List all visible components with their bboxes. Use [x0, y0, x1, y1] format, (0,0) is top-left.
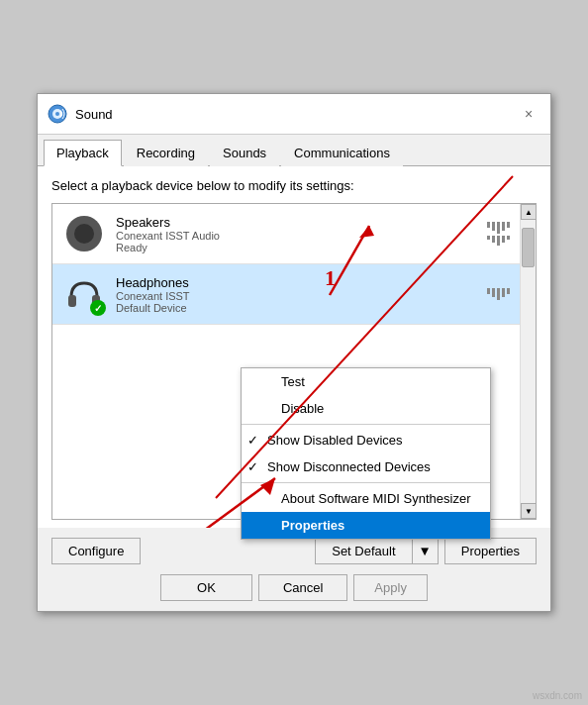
title-bar: Sound × — [38, 94, 550, 135]
properties-button[interactable]: Properties — [444, 538, 537, 564]
devices-container: Speakers Conexant ISST Audio Ready — [51, 203, 537, 520]
context-menu: Test Disable ✓ Show Disabled Devices ✓ S… — [241, 367, 491, 540]
scroll-thumb-area — [521, 220, 536, 503]
headphone-level-bars — [487, 288, 510, 300]
dialog-body: Select a playback device below to modify… — [38, 166, 550, 528]
ctx-show-disabled[interactable]: ✓ Show Disabled Devices — [242, 427, 490, 453]
scrollbar[interactable]: ▲ ▼ — [520, 204, 536, 519]
scroll-up-btn[interactable]: ▲ — [521, 204, 537, 220]
ctx-divider1 — [242, 424, 490, 425]
scroll-thumb[interactable] — [522, 228, 535, 267]
tabs-bar: Playback Recording Sounds Communications — [38, 135, 550, 166]
speaker-name: Speakers — [116, 215, 483, 230]
tab-communications[interactable]: Communications — [281, 140, 403, 166]
configure-button[interactable]: Configure — [51, 538, 141, 564]
sound-icon — [48, 104, 67, 124]
ctx-show-disconnected-check: ✓ — [247, 459, 263, 474]
ctx-show-disconnected[interactable]: ✓ Show Disconnected Devices — [242, 453, 490, 480]
dialog-title: Sound — [75, 107, 517, 122]
ok-button[interactable]: OK — [160, 574, 252, 601]
ctx-test[interactable]: Test — [242, 368, 490, 395]
headphone-name: Headphones — [116, 275, 483, 290]
ctx-divider2 — [242, 482, 490, 483]
speaker-info: Speakers Conexant ISST Audio Ready — [116, 215, 483, 253]
config-row: Configure Set Default ▼ Properties — [51, 538, 537, 564]
speaker-level-bars — [487, 222, 510, 246]
scroll-down-btn[interactable]: ▼ — [521, 503, 537, 519]
ok-cancel-row: OK Cancel Apply — [51, 574, 537, 601]
device-headphones[interactable]: ✓ Headphones Conexant ISST Default Devic… — [52, 264, 520, 325]
default-device-check: ✓ — [90, 300, 106, 316]
svg-rect-3 — [68, 295, 76, 307]
set-default-arrow[interactable]: ▼ — [412, 538, 439, 564]
speaker-detail1: Conexant ISST Audio — [116, 230, 483, 242]
ctx-properties[interactable]: Properties — [242, 512, 490, 539]
bottom-area: Configure Set Default ▼ Properties OK Ca… — [38, 528, 550, 611]
tab-recording[interactable]: Recording — [124, 140, 208, 166]
headphone-info: Headphones Conexant ISST Default Device — [116, 275, 483, 314]
headphone-detail1: Conexant ISST — [116, 290, 483, 302]
ctx-about-midi[interactable]: About Software MIDI Synthesizer — [242, 485, 490, 512]
tab-sounds[interactable]: Sounds — [210, 140, 279, 166]
speaker-icon — [62, 212, 106, 255]
set-default-button[interactable]: Set Default — [315, 538, 411, 564]
watermark: wsxdn.com — [533, 690, 582, 701]
device-speakers[interactable]: Speakers Conexant ISST Audio Ready — [52, 204, 520, 264]
close-button[interactable]: × — [517, 102, 540, 126]
cancel-button[interactable]: Cancel — [258, 574, 347, 601]
instruction-text: Select a playback device below to modify… — [51, 178, 537, 193]
ctx-show-disabled-check: ✓ — [247, 433, 263, 448]
ctx-disable[interactable]: Disable — [242, 395, 490, 422]
headphone-detail2: Default Device — [116, 302, 483, 314]
speaker-detail2: Ready — [116, 242, 483, 253]
tab-playback[interactable]: Playback — [44, 140, 122, 166]
svg-point-2 — [55, 112, 59, 116]
apply-button[interactable]: Apply — [353, 574, 428, 601]
sound-dialog: Sound × Playback Recording Sounds Commun… — [37, 93, 551, 612]
set-default-split: Set Default ▼ — [315, 538, 439, 564]
headphone-icon: ✓ — [62, 272, 106, 316]
